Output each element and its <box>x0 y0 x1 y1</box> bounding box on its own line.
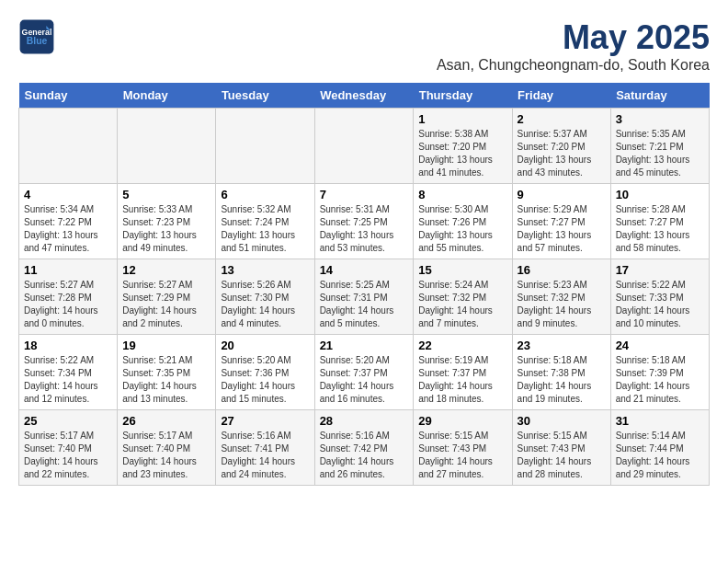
day-info: Sunrise: 5:22 AM Sunset: 7:33 PM Dayligh… <box>616 279 704 330</box>
day-info: Sunrise: 5:18 AM Sunset: 7:39 PM Dayligh… <box>616 354 704 406</box>
week-row-4: 18Sunrise: 5:22 AM Sunset: 7:34 PM Dayli… <box>19 335 710 410</box>
day-number: 28 <box>320 414 409 428</box>
day-info: Sunrise: 5:37 AM Sunset: 7:20 PM Dayligh… <box>518 128 606 179</box>
header-day-thursday: Thursday <box>414 83 512 109</box>
day-info: Sunrise: 5:30 AM Sunset: 7:26 PM Dayligh… <box>418 203 506 255</box>
day-info: Sunrise: 5:21 AM Sunset: 7:35 PM Dayligh… <box>122 354 210 406</box>
day-number: 3 <box>616 112 704 126</box>
day-number: 14 <box>320 263 409 277</box>
day-info: Sunrise: 5:33 AM Sunset: 7:23 PM Dayligh… <box>122 203 210 255</box>
day-number: 6 <box>221 188 309 201</box>
week-row-2: 4Sunrise: 5:34 AM Sunset: 7:22 PM Daylig… <box>19 184 710 259</box>
svg-text:Blue: Blue <box>27 36 48 46</box>
calendar-cell: 20Sunrise: 5:20 AM Sunset: 7:36 PM Dayli… <box>216 335 314 410</box>
calendar-cell: 4Sunrise: 5:34 AM Sunset: 7:22 PM Daylig… <box>19 184 118 259</box>
calendar-cell: 29Sunrise: 5:15 AM Sunset: 7:43 PM Dayli… <box>414 410 512 486</box>
day-number: 21 <box>320 339 409 352</box>
calendar-cell: 5Sunrise: 5:33 AM Sunset: 7:23 PM Daylig… <box>118 184 216 259</box>
day-info: Sunrise: 5:18 AM Sunset: 7:38 PM Dayligh… <box>518 354 606 406</box>
calendar-cell: 17Sunrise: 5:22 AM Sunset: 7:33 PM Dayli… <box>610 259 709 335</box>
calendar-cell: 22Sunrise: 5:19 AM Sunset: 7:37 PM Dayli… <box>414 335 512 410</box>
calendar-cell: 9Sunrise: 5:29 AM Sunset: 7:27 PM Daylig… <box>512 184 610 259</box>
day-info: Sunrise: 5:16 AM Sunset: 7:41 PM Dayligh… <box>221 430 309 481</box>
day-number: 30 <box>518 414 606 428</box>
day-number: 8 <box>418 188 506 201</box>
header-row: SundayMondayTuesdayWednesdayThursdayFrid… <box>19 83 710 109</box>
calendar-cell: 10Sunrise: 5:28 AM Sunset: 7:27 PM Dayli… <box>610 184 709 259</box>
day-info: Sunrise: 5:31 AM Sunset: 7:25 PM Dayligh… <box>320 203 409 255</box>
day-number: 2 <box>518 112 606 126</box>
day-number: 17 <box>616 263 704 277</box>
day-number: 10 <box>616 188 704 201</box>
day-info: Sunrise: 5:15 AM Sunset: 7:43 PM Dayligh… <box>418 430 506 481</box>
day-number: 24 <box>616 339 704 352</box>
calendar-cell: 28Sunrise: 5:16 AM Sunset: 7:42 PM Dayli… <box>314 410 414 486</box>
day-number: 27 <box>221 414 309 428</box>
day-info: Sunrise: 5:38 AM Sunset: 7:20 PM Dayligh… <box>418 128 506 179</box>
header-day-tuesday: Tuesday <box>216 83 314 109</box>
calendar-cell <box>216 109 314 184</box>
calendar-cell: 3Sunrise: 5:35 AM Sunset: 7:21 PM Daylig… <box>610 109 709 184</box>
week-row-3: 11Sunrise: 5:27 AM Sunset: 7:28 PM Dayli… <box>19 259 710 335</box>
header: General Blue May 2025 Asan, Chungcheongn… <box>18 18 710 74</box>
day-number: 31 <box>616 414 704 428</box>
day-info: Sunrise: 5:17 AM Sunset: 7:40 PM Dayligh… <box>122 430 210 481</box>
calendar-cell: 11Sunrise: 5:27 AM Sunset: 7:28 PM Dayli… <box>19 259 118 335</box>
day-info: Sunrise: 5:22 AM Sunset: 7:34 PM Dayligh… <box>24 354 112 406</box>
calendar-cell: 24Sunrise: 5:18 AM Sunset: 7:39 PM Dayli… <box>610 335 709 410</box>
logo: General Blue <box>18 18 59 55</box>
week-row-5: 25Sunrise: 5:17 AM Sunset: 7:40 PM Dayli… <box>19 410 710 486</box>
calendar-cell: 12Sunrise: 5:27 AM Sunset: 7:29 PM Dayli… <box>118 259 216 335</box>
day-info: Sunrise: 5:28 AM Sunset: 7:27 PM Dayligh… <box>616 203 704 255</box>
calendar-cell: 19Sunrise: 5:21 AM Sunset: 7:35 PM Dayli… <box>118 335 216 410</box>
day-info: Sunrise: 5:14 AM Sunset: 7:44 PM Dayligh… <box>616 430 704 481</box>
day-number: 13 <box>221 263 309 277</box>
calendar-cell: 18Sunrise: 5:22 AM Sunset: 7:34 PM Dayli… <box>19 335 118 410</box>
day-info: Sunrise: 5:34 AM Sunset: 7:22 PM Dayligh… <box>24 203 112 255</box>
calendar-cell: 30Sunrise: 5:15 AM Sunset: 7:43 PM Dayli… <box>512 410 610 486</box>
day-number: 29 <box>418 414 506 428</box>
day-info: Sunrise: 5:27 AM Sunset: 7:28 PM Dayligh… <box>24 279 112 330</box>
day-info: Sunrise: 5:20 AM Sunset: 7:37 PM Dayligh… <box>320 354 409 406</box>
day-number: 19 <box>122 339 210 352</box>
day-number: 7 <box>320 188 409 201</box>
calendar-cell: 27Sunrise: 5:16 AM Sunset: 7:41 PM Dayli… <box>216 410 314 486</box>
day-number: 1 <box>418 112 506 126</box>
calendar-cell: 14Sunrise: 5:25 AM Sunset: 7:31 PM Dayli… <box>314 259 414 335</box>
calendar-cell <box>19 109 118 184</box>
day-number: 9 <box>518 188 606 201</box>
day-info: Sunrise: 5:29 AM Sunset: 7:27 PM Dayligh… <box>518 203 606 255</box>
calendar-header: SundayMondayTuesdayWednesdayThursdayFrid… <box>19 83 710 109</box>
calendar-cell: 31Sunrise: 5:14 AM Sunset: 7:44 PM Dayli… <box>610 410 709 486</box>
day-number: 18 <box>24 339 112 352</box>
day-info: Sunrise: 5:20 AM Sunset: 7:36 PM Dayligh… <box>221 354 309 406</box>
day-info: Sunrise: 5:19 AM Sunset: 7:37 PM Dayligh… <box>418 354 506 406</box>
day-number: 20 <box>221 339 309 352</box>
calendar-cell: 21Sunrise: 5:20 AM Sunset: 7:37 PM Dayli… <box>314 335 414 410</box>
day-number: 23 <box>518 339 606 352</box>
day-info: Sunrise: 5:27 AM Sunset: 7:29 PM Dayligh… <box>122 279 210 330</box>
day-info: Sunrise: 5:15 AM Sunset: 7:43 PM Dayligh… <box>518 430 606 481</box>
calendar-cell: 25Sunrise: 5:17 AM Sunset: 7:40 PM Dayli… <box>19 410 118 486</box>
title-area: May 2025 Asan, Chungcheongnam-do, South … <box>437 18 710 74</box>
calendar-cell: 2Sunrise: 5:37 AM Sunset: 7:20 PM Daylig… <box>512 109 610 184</box>
day-number: 5 <box>122 188 210 201</box>
day-info: Sunrise: 5:24 AM Sunset: 7:32 PM Dayligh… <box>418 279 506 330</box>
day-number: 4 <box>24 188 112 201</box>
day-info: Sunrise: 5:25 AM Sunset: 7:31 PM Dayligh… <box>320 279 409 330</box>
day-number: 22 <box>418 339 506 352</box>
day-number: 25 <box>24 414 112 428</box>
calendar-cell: 26Sunrise: 5:17 AM Sunset: 7:40 PM Dayli… <box>118 410 216 486</box>
header-day-wednesday: Wednesday <box>314 83 414 109</box>
header-day-friday: Friday <box>512 83 610 109</box>
day-info: Sunrise: 5:17 AM Sunset: 7:40 PM Dayligh… <box>24 430 112 481</box>
day-number: 16 <box>518 263 606 277</box>
day-info: Sunrise: 5:32 AM Sunset: 7:24 PM Dayligh… <box>221 203 309 255</box>
day-number: 12 <box>122 263 210 277</box>
calendar-cell: 13Sunrise: 5:26 AM Sunset: 7:30 PM Dayli… <box>216 259 314 335</box>
calendar-cell: 16Sunrise: 5:23 AM Sunset: 7:32 PM Dayli… <box>512 259 610 335</box>
calendar-table: SundayMondayTuesdayWednesdayThursdayFrid… <box>18 83 710 486</box>
calendar-cell: 6Sunrise: 5:32 AM Sunset: 7:24 PM Daylig… <box>216 184 314 259</box>
day-info: Sunrise: 5:35 AM Sunset: 7:21 PM Dayligh… <box>616 128 704 179</box>
header-day-monday: Monday <box>118 83 216 109</box>
